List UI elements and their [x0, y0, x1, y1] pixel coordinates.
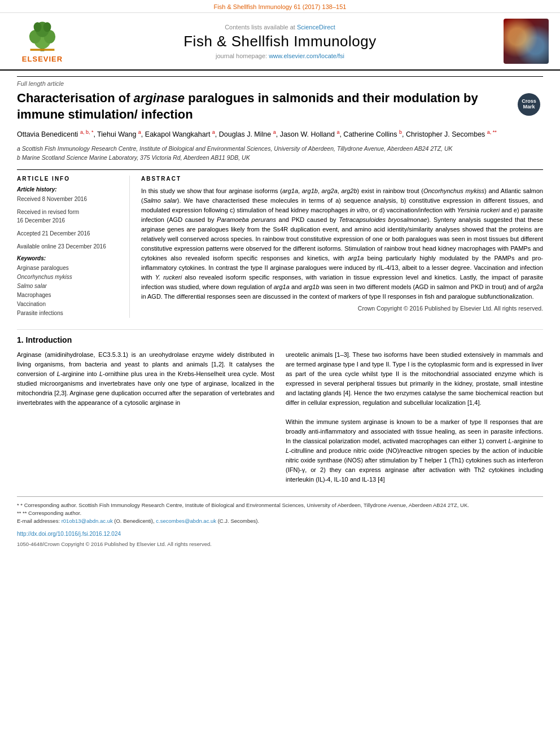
top-citation-bar: Fish & Shellfish Immunology 61 (2017) 13… — [0, 0, 560, 13]
affiliations: a Scottish Fish Immunology Research Cent… — [17, 145, 543, 163]
star-footnote: * * Corresponding author. Scottish Fish … — [17, 501, 543, 509]
doi-line: http://dx.doi.org/10.1016/j.fsi.2016.12.… — [17, 530, 543, 538]
abstract-body: In this study we show that four arginase… — [141, 186, 543, 302]
elsevier-tree-icon — [20, 20, 65, 54]
article-type-label: Full length article — [17, 76, 543, 87]
intro-col-right: ureotelic animals [1–3]. These two isofo… — [286, 350, 543, 485]
article-wrapper: Full length article Characterisation of … — [0, 71, 560, 560]
intro-col-left: Arginase (amidinihydrolase, EC3.5.3.1) i… — [17, 350, 274, 485]
elsevier-name: ELSEVIER — [22, 55, 63, 63]
article-title-text: Characterisation of arginase paralogues … — [17, 91, 478, 121]
elsevier-logo: ELSEVIER — [11, 20, 73, 63]
journal-homepage: journal homepage: www.elsevier.com/locat… — [73, 53, 487, 59]
keywords-heading: Keywords: — [17, 255, 121, 261]
journal-thumbnail-area — [487, 19, 549, 64]
article-info-abstract: ARTICLE INFO Article history: Received 8… — [17, 169, 543, 318]
svg-point-6 — [43, 22, 51, 32]
keywords-section: Keywords: Arginase paralogues Oncorhynch… — [17, 255, 121, 318]
journal-header: ELSEVIER Contents lists available at Sci… — [0, 13, 560, 71]
introduction-heading: 1. Introduction — [17, 335, 543, 344]
issn-line: 1050-4648/Crown Copyright © 2016 Publish… — [17, 540, 543, 548]
elsevier-logo-area: ELSEVIER — [11, 20, 73, 63]
crossmark-icon: CrossMark — [518, 93, 540, 116]
introduction-columns: Arginase (amidinihydrolase, EC3.5.3.1) i… — [17, 350, 543, 485]
page-wrapper: Fish & Shellfish Immunology 61 (2017) 13… — [0, 0, 560, 560]
accepted-date: Accepted 21 December 2016 — [17, 229, 121, 238]
journal-homepage-link[interactable]: www.elsevier.com/locate/fsi — [269, 53, 344, 59]
doi-link[interactable]: http://dx.doi.org/10.1016/j.fsi.2016.12.… — [17, 531, 121, 537]
affiliation-a: a Scottish Fish Immunology Research Cent… — [17, 145, 543, 154]
crossmark-badge[interactable]: CrossMark — [515, 90, 543, 119]
article-title-area: Characterisation of arginase paralogues … — [17, 90, 543, 123]
email-footnote: E-mail addresses: r01ob13@abdn.ac.uk (O.… — [17, 517, 543, 525]
copyright-notice: Crown Copyright © 2016 Published by Else… — [141, 305, 543, 312]
email2-link[interactable]: c.secombes@abdn.ac.uk — [156, 518, 216, 524]
abstract-column: ABSTRACT In this study we show that four… — [141, 176, 543, 318]
journal-title: Fish & Shellfish Immunology — [73, 33, 487, 50]
available-date: Available online 23 December 2016 — [17, 242, 121, 251]
svg-rect-7 — [30, 49, 55, 50]
authors-line: Ottavia Benedicenti a, b, *, Tiehui Wang… — [17, 128, 543, 140]
article-info-column: ARTICLE INFO Article history: Received 8… — [17, 176, 130, 318]
double-star-footnote: ** ** Corresponding author. — [17, 509, 543, 517]
journal-thumb-image — [504, 19, 549, 64]
journal-center-info: Contents lists available at ScienceDirec… — [73, 24, 487, 59]
received-date: Received 8 November 2016 — [17, 195, 121, 203]
sciencedirect-notice: Contents lists available at ScienceDirec… — [73, 24, 487, 30]
sciencedirect-link[interactable]: ScienceDirect — [297, 24, 335, 30]
introduction-section: 1. Introduction Arginase (amidinihydrola… — [17, 329, 543, 485]
history-label: Article history: — [17, 186, 121, 193]
revised-label: Received in revised form 16 December 201… — [17, 208, 121, 225]
keywords-list: Arginase paralogues Oncorhynchus mykiss … — [17, 264, 121, 318]
article-info-heading: ARTICLE INFO — [17, 176, 121, 182]
affiliation-b: b Marine Scotland Science Marine Laborat… — [17, 154, 543, 163]
svg-point-5 — [34, 22, 42, 32]
email1-link[interactable]: r01ob13@abdn.ac.uk — [62, 518, 113, 524]
article-history: Article history: Received 8 November 201… — [17, 186, 121, 251]
journal-thumbnail — [504, 19, 549, 64]
citation-text: Fish & Shellfish Immunology 61 (2017) 13… — [214, 3, 347, 10]
footnotes-area: * * Corresponding author. Scottish Fish … — [17, 496, 543, 549]
abstract-heading: ABSTRACT — [141, 176, 543, 182]
